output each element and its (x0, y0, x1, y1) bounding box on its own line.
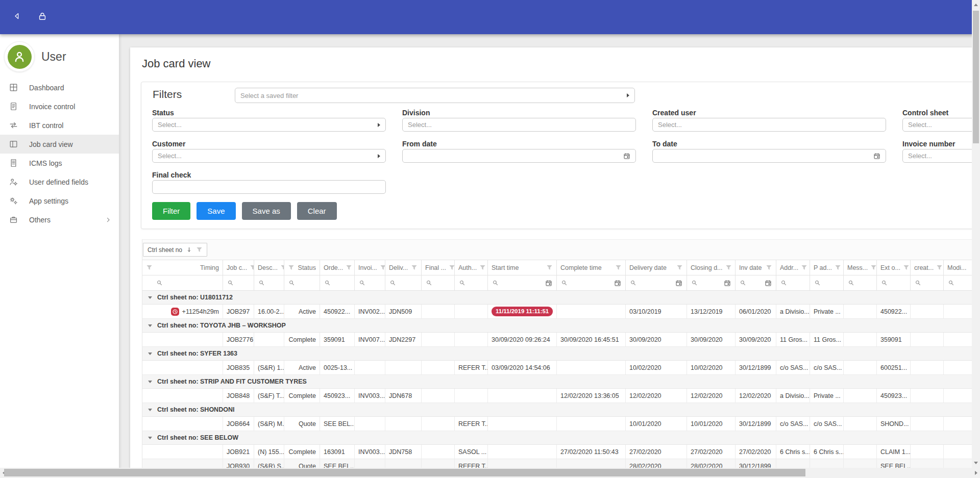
column-search-modified[interactable] (944, 275, 972, 290)
column-search-created[interactable] (911, 275, 944, 290)
group-row[interactable]: Ctrl sheet no: SYFER 1363 (142, 347, 972, 361)
column-header-timing[interactable]: Timing (142, 260, 223, 275)
column-search-deliv[interactable] (385, 275, 422, 290)
collapse-caret-icon[interactable] (148, 353, 152, 355)
final-check-input[interactable] (152, 180, 386, 194)
column-search-ddate[interactable] (626, 275, 687, 290)
collapse-caret-icon[interactable] (148, 409, 152, 411)
table-row[interactable]: JOB2776Complete359091INV007...JDN229730/… (142, 333, 972, 347)
calendar-icon[interactable] (765, 280, 772, 287)
collapse-caret-icon[interactable] (148, 381, 152, 383)
column-search-mess[interactable] (844, 275, 877, 290)
column-search-order[interactable] (320, 275, 355, 290)
sidebar-item-ibt-control[interactable]: IBT control (0, 116, 119, 135)
sidebar-item-user-defined-fields[interactable]: User defined fields (0, 172, 119, 191)
column-search-timing[interactable] (142, 275, 223, 290)
column-header-invdate[interactable]: Inv date (736, 260, 776, 275)
horizontal-scrollbar[interactable] (0, 468, 980, 478)
sidebar-item-dashboard[interactable]: Dashboard (0, 78, 119, 97)
vertical-scrollbar[interactable] (972, 0, 980, 468)
column-header-closing[interactable]: Closing d... (687, 260, 736, 275)
collapse-caret-icon[interactable] (148, 296, 152, 299)
calendar-icon[interactable] (873, 153, 880, 160)
sidebar-item-app-settings[interactable]: App settings (0, 191, 119, 210)
back-button[interactable] (7, 8, 27, 27)
column-header-deliv[interactable]: Deliv... (385, 260, 422, 275)
sidebar-item-job-card-view[interactable]: Job card view (0, 135, 119, 154)
from-date-input[interactable] (402, 149, 636, 163)
calendar-icon[interactable] (623, 153, 630, 160)
to-date-input[interactable] (652, 149, 886, 163)
calendar-icon[interactable] (614, 280, 621, 287)
column-search-job[interactable] (223, 275, 254, 290)
saved-filter-select[interactable]: Select a saved filter (235, 88, 635, 103)
column-header-desc[interactable]: Desc... (254, 260, 284, 275)
column-header-invoice[interactable]: Invoi... (355, 260, 385, 275)
column-header-addr[interactable]: Addr... (776, 260, 810, 275)
calendar-icon[interactable] (675, 280, 682, 287)
column-search-invdate[interactable] (736, 275, 776, 290)
column-header-pad[interactable]: P ad... (810, 260, 844, 275)
group-row[interactable]: Ctrl sheet no: U18011712 (142, 291, 972, 305)
sort-descending-icon[interactable] (186, 246, 192, 253)
column-search-addr[interactable] (776, 275, 810, 290)
column-header-complete[interactable]: Complete time (557, 260, 626, 275)
table-row[interactable]: JOB848(S&F) T...Complete450923...INV003.… (142, 389, 972, 403)
group-by-chip[interactable]: Ctrl sheet no (143, 243, 207, 257)
column-header-start[interactable]: Start time (488, 260, 557, 275)
collapse-caret-icon[interactable] (148, 324, 152, 327)
group-row[interactable]: Ctrl sheet no: STRIP AND FIT CUSTOMER TY… (142, 375, 972, 389)
division-input[interactable]: Select... (402, 118, 636, 132)
table-row[interactable]: JOB835(S&R) 1...Active0025-13...REFER T.… (142, 361, 972, 375)
scroll-up-icon[interactable] (974, 4, 978, 6)
clear-button[interactable]: Clear (297, 202, 337, 220)
collapse-caret-icon[interactable] (148, 437, 152, 439)
calendar-icon[interactable] (545, 280, 552, 287)
filter-button[interactable]: Filter (152, 202, 190, 220)
scroll-down-icon[interactable] (974, 462, 978, 464)
scroll-right-icon[interactable] (975, 471, 977, 475)
lock-button[interactable] (33, 8, 52, 27)
filter-icon[interactable] (196, 246, 203, 253)
column-search-auth[interactable] (455, 275, 488, 290)
table-row[interactable]: JOB664(S&R) M...QuoteSEE BEL...REFER T..… (142, 417, 972, 431)
column-header-modified[interactable]: Modi... (944, 260, 972, 275)
group-row[interactable]: Ctrl sheet no: SHONDONI (142, 403, 972, 417)
column-header-ddate[interactable]: Delivery date (626, 260, 687, 275)
table-row[interactable]: JOB921(N) 155...Complete163091INV003...J… (142, 445, 972, 459)
vertical-scrollbar-thumb[interactable] (973, 11, 979, 143)
column-search-complete[interactable] (557, 275, 626, 290)
control-sheet-input[interactable]: Select... (902, 118, 972, 132)
column-header-status[interactable]: Status (284, 260, 320, 275)
calendar-icon[interactable] (724, 280, 731, 287)
sidebar-item-others[interactable]: Others (0, 210, 119, 229)
column-header-final[interactable]: Final ... (422, 260, 455, 275)
column-header-ext[interactable]: Ext o... (877, 260, 911, 275)
filter-icon[interactable] (288, 264, 295, 271)
created-user-input[interactable]: Select... (652, 118, 886, 132)
column-search-ext[interactable] (877, 275, 911, 290)
column-search-final[interactable] (422, 275, 455, 290)
column-search-desc[interactable] (254, 275, 284, 290)
filter-icon[interactable] (146, 264, 153, 271)
group-row[interactable]: Ctrl sheet no: TOYOTA JHB – WORKSHOP (142, 319, 972, 333)
column-header-auth[interactable]: Auth... (455, 260, 488, 275)
column-header-order[interactable]: Orde... (320, 260, 355, 275)
column-header-mess[interactable]: Mess... (844, 260, 877, 275)
column-header-created[interactable]: creat... (911, 260, 944, 275)
column-search-status[interactable] (284, 275, 320, 290)
group-row[interactable]: Ctrl sheet no: SEE BELOW (142, 431, 972, 445)
customer-input[interactable]: Select... (152, 149, 386, 163)
save-as-button[interactable]: Save as (242, 202, 291, 220)
column-search-closing[interactable] (687, 275, 736, 290)
column-search-pad[interactable] (810, 275, 844, 290)
sidebar-item-invoice-control[interactable]: Invoice control (0, 97, 119, 116)
column-header-job[interactable]: Job c... (223, 260, 254, 275)
column-search-start[interactable] (488, 275, 557, 290)
status-input[interactable]: Select... (152, 118, 386, 132)
table-row[interactable]: +11254h29mJOB29716.00-2...Active450922..… (142, 305, 972, 319)
horizontal-scrollbar-thumb[interactable] (4, 469, 805, 476)
save-button[interactable]: Save (197, 202, 235, 220)
column-search-invoice[interactable] (355, 275, 385, 290)
invoice-number-input[interactable]: Select... (902, 149, 972, 163)
